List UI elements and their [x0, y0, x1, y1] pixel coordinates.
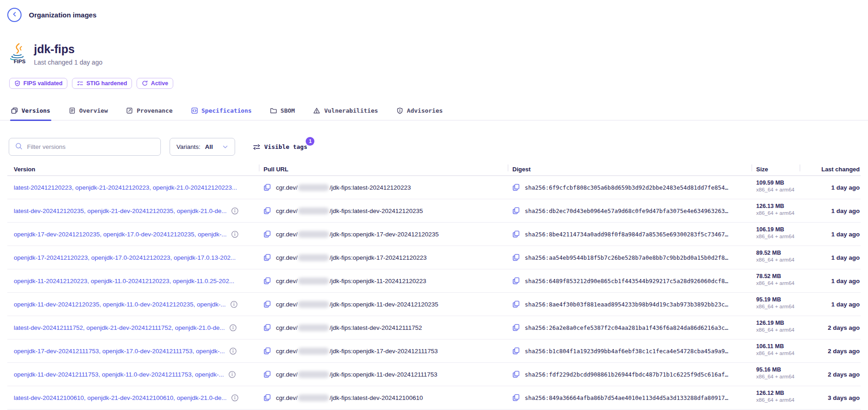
badge-label: STIG hardened: [86, 80, 127, 87]
column-header-last-changed: Last changed: [800, 163, 861, 175]
table-header: Version Pull URL Digest Size Last change…: [7, 163, 861, 176]
copy-icon[interactable]: [264, 301, 271, 308]
digest-cell: sha256:8ae4f30b03f881eaad8954233b98b94d1…: [508, 293, 752, 316]
pull-url-text: cgr.dev//jdk-fips:openjdk-11-dev-2024121…: [276, 371, 437, 378]
last-changed-cell: 1 day ago: [800, 269, 861, 292]
version-cell: latest-dev-202412120235, openjdk-21-dev-…: [7, 199, 259, 222]
digest-text: sha256:fdf229d2bcdd908861b26944fbdc487b7…: [525, 371, 728, 378]
tab-vulnerabilities[interactable]: Vulnerabilities: [312, 105, 379, 120]
versions-table: Version Pull URL Digest Size Last change…: [7, 163, 861, 410]
version-link[interactable]: openjdk-11-dev-202412120235, openjdk-11.…: [14, 301, 226, 308]
info-icon[interactable]: [231, 230, 239, 238]
digest-text: sha256:8ae4f30b03f881eaad8954233b98b94d1…: [525, 301, 728, 308]
overview-icon: [69, 107, 76, 114]
pull-url-text: cgr.dev//jdk-fips:openjdk-17-20241212022…: [276, 254, 427, 261]
tab-label: Specifications: [202, 107, 252, 114]
copy-icon[interactable]: [512, 347, 520, 355]
redacted-org-blur: [298, 278, 329, 284]
pull-url-text: cgr.dev//jdk-fips:latest-dev-20241212023…: [276, 208, 423, 214]
column-header-digest: Digest: [508, 163, 752, 175]
digest-text: sha256:b1c804f1a1923d99bb4af6ebf38c1c1fe…: [525, 348, 728, 355]
info-icon[interactable]: [228, 371, 236, 378]
tab-sbom[interactable]: SBOM: [269, 105, 296, 120]
size-architectures: x86_64 + arm64: [756, 234, 800, 239]
size-architectures: x86_64 + arm64: [756, 304, 800, 309]
tab-advisories[interactable]: Advisories: [396, 105, 444, 120]
info-icon[interactable]: [231, 207, 239, 215]
chevron-down-icon: [222, 144, 228, 150]
version-link[interactable]: latest-dev-202412100610, openjdk-21-dev-…: [14, 394, 227, 401]
copy-icon[interactable]: [264, 184, 271, 191]
last-changed-cell: 2 days ago: [800, 316, 861, 339]
copy-icon[interactable]: [264, 277, 271, 284]
info-icon[interactable]: [230, 301, 238, 308]
badge-fips-validated: FIPS validated: [9, 78, 67, 89]
version-link[interactable]: latest-202412120223, openjdk-21-20241212…: [14, 184, 237, 191]
versions-icon: [11, 107, 18, 114]
visible-tags-label: Visible tags: [264, 143, 308, 150]
tab-overview[interactable]: Overview: [68, 105, 109, 120]
version-cell: openjdk-11-dev-202412111753, openjdk-11.…: [7, 363, 259, 386]
tab-provenance[interactable]: Provenance: [125, 105, 173, 120]
info-icon[interactable]: [229, 324, 237, 332]
digest-text: sha256:8be42114734a0add98f0f8a984d7a8536…: [525, 231, 728, 238]
copy-icon[interactable]: [512, 184, 520, 191]
copy-icon[interactable]: [512, 324, 520, 331]
copy-icon[interactable]: [512, 371, 520, 378]
copy-icon[interactable]: [264, 371, 271, 378]
copy-icon[interactable]: [512, 277, 520, 284]
size-architectures: x86_64 + arm64: [756, 187, 800, 192]
copy-icon[interactable]: [512, 301, 520, 308]
svg-text:FIPS: FIPS: [14, 59, 26, 64]
tab-label: Provenance: [137, 107, 172, 114]
pull-url-cell: cgr.dev//jdk-fips:latest-202412120223: [259, 176, 508, 199]
copy-icon[interactable]: [264, 394, 271, 401]
table-row: latest-dev-202412100610, openjdk-21-dev-…: [7, 386, 861, 410]
table-body: latest-202412120223, openjdk-21-20241212…: [7, 176, 861, 410]
version-link[interactable]: openjdk-17-dev-202412120235, openjdk-17.…: [14, 231, 227, 238]
copy-icon[interactable]: [512, 207, 520, 214]
visible-tags-button[interactable]: Visible tags 1: [253, 143, 308, 151]
version-link[interactable]: latest-dev-202412120235, openjdk-21-dev-…: [14, 208, 227, 214]
back-button[interactable]: [7, 8, 22, 22]
version-link[interactable]: openjdk-11-dev-202412111753, openjdk-11.…: [14, 371, 224, 378]
copy-icon[interactable]: [512, 254, 520, 261]
pull-url-text: cgr.dev//jdk-fips:latest-202412120223: [276, 184, 411, 191]
copy-icon[interactable]: [264, 324, 271, 331]
digest-text: sha256:26a2e8a0cefe5387f2c04aa281ba1f436…: [525, 324, 728, 331]
variants-dropdown[interactable]: Variants: All: [170, 138, 235, 156]
version-cell: latest-dev-202412100610, openjdk-21-dev-…: [7, 386, 259, 409]
version-link[interactable]: latest-dev-202412111752, openjdk-21-dev-…: [14, 324, 225, 331]
redacted-org-blur: [298, 208, 329, 214]
pull-url-cell: cgr.dev//jdk-fips:openjdk-11-20241212022…: [259, 269, 508, 292]
last-changed-cell: 3 days ago: [800, 386, 861, 409]
info-icon[interactable]: [231, 394, 239, 402]
tab-versions[interactable]: Versions: [10, 105, 51, 120]
copy-icon[interactable]: [512, 394, 520, 401]
last-changed-cell: 1 day ago: [800, 199, 861, 222]
filter-versions-input[interactable]: [27, 143, 155, 150]
pull-url-cell: cgr.dev//jdk-fips:latest-dev-20241212023…: [259, 199, 508, 222]
size-value: 126.12 MB: [756, 390, 800, 396]
info-icon[interactable]: [229, 347, 237, 355]
tab-label: Advisories: [407, 107, 443, 114]
copy-icon[interactable]: [264, 254, 271, 261]
version-link[interactable]: openjdk-17-dev-202412111753, openjdk-17.…: [14, 348, 225, 355]
copy-icon[interactable]: [264, 230, 271, 238]
digest-cell: sha256:849a36664afba86b7d54ae4010e113d4d…: [508, 386, 752, 409]
filter-versions-box[interactable]: [9, 138, 161, 156]
version-link[interactable]: openjdk-11-202412120223, openjdk-11.0-20…: [14, 278, 234, 284]
version-link[interactable]: openjdk-17-202412120223, openjdk-17.0-20…: [14, 254, 236, 261]
java-fips-logo: FIPS: [9, 43, 27, 66]
copy-icon[interactable]: [264, 347, 271, 355]
tab-specifications[interactable]: Specifications: [190, 105, 253, 120]
redacted-org-blur: [298, 301, 329, 308]
breadcrumb: Organization images: [29, 11, 97, 19]
pull-url-text: cgr.dev//jdk-fips:openjdk-11-dev-2024121…: [276, 301, 438, 308]
copy-icon[interactable]: [512, 230, 520, 238]
copy-icon[interactable]: [264, 207, 271, 214]
size-value: 95.16 MB: [756, 366, 800, 373]
table-row: latest-dev-202412111752, openjdk-21-dev-…: [7, 316, 861, 339]
variants-value: All: [205, 143, 213, 150]
digest-cell: sha256:6f9cfcbf808c305a6b8d659b3d92d2bbe…: [508, 176, 752, 199]
